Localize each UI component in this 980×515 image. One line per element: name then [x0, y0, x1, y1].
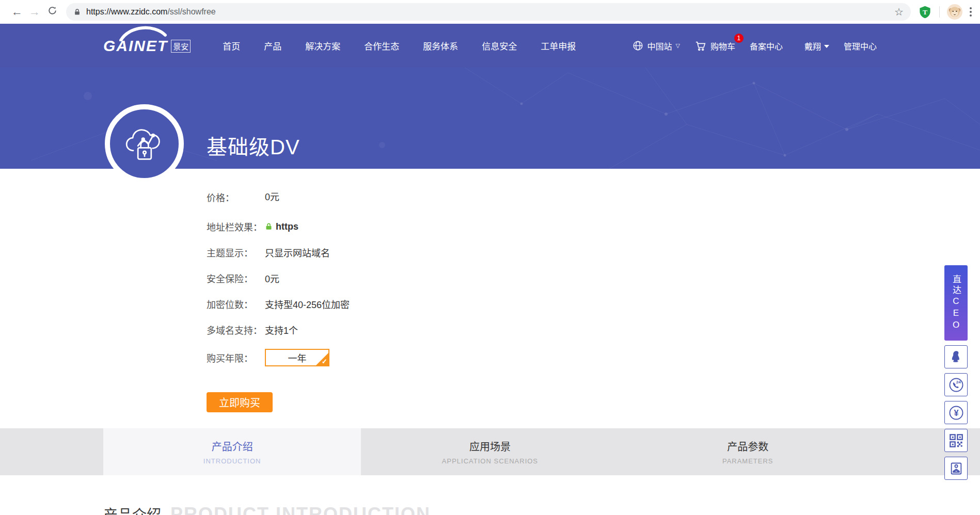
- ceo-direct-label: 直达CEO: [944, 275, 968, 332]
- multidomain-value: 支持1个: [265, 323, 298, 336]
- subject-value: 只显示网站域名: [265, 246, 330, 259]
- toolbar-divider: [939, 6, 940, 18]
- back-icon[interactable]: ←: [8, 5, 26, 19]
- encryption-label: 加密位数：: [207, 297, 265, 311]
- insurance-row: 安全保险： 0元: [207, 271, 350, 285]
- reload-icon[interactable]: [43, 5, 61, 19]
- price-row: 价格： 0元: [207, 186, 350, 208]
- user-caret-icon: [824, 45, 829, 48]
- qrcode-icon: [949, 433, 963, 448]
- bookmark-star-icon[interactable]: ☆: [894, 6, 904, 18]
- address-bar-effect-row: 地址栏效果： https: [207, 220, 350, 233]
- lock-icon: [73, 8, 81, 16]
- chrome-right-controls: T: [918, 4, 972, 20]
- insurance-value: 0元: [265, 271, 279, 285]
- select-check-icon: ✓: [322, 358, 327, 365]
- logo-swoosh-icon: [118, 24, 167, 41]
- cart-count-badge: 1: [734, 34, 744, 43]
- menu-item-products[interactable]: 产品: [264, 39, 281, 52]
- product-badge: [105, 104, 184, 183]
- username-label: 戴翔: [804, 40, 821, 52]
- site-navbar: GAINET 景安 首页 产品 解决方案 合作生态 服务体系 信息安全 工单申报…: [0, 24, 980, 68]
- menu-item-home[interactable]: 首页: [223, 39, 240, 52]
- price-label: 价格：: [207, 190, 265, 204]
- site-logo[interactable]: GAINET 景安: [103, 37, 191, 55]
- buy-now-button[interactable]: 立即购买: [207, 392, 273, 412]
- subject-display-row: 主题显示： 只显示网站域名: [207, 246, 350, 259]
- navbar-right: 中国站 ▽ 购物车 1 备案中心 戴翔 管理中心: [633, 40, 877, 52]
- insurance-label: 安全保险：: [207, 271, 265, 285]
- tab-introduction[interactable]: 产品介绍 INTRODUCTION: [103, 428, 361, 475]
- menu-item-security[interactable]: 信息安全: [482, 39, 517, 52]
- chevron-down-icon: ▽: [675, 42, 679, 49]
- section-tabs-bar: 产品介绍 INTRODUCTION 应用场景 APPLICATION SCENA…: [0, 428, 980, 475]
- svg-text:¥: ¥: [954, 408, 958, 417]
- logo-cn-text: 景安: [171, 40, 191, 53]
- address-bar[interactable]: https://www.zzidc.com/ssl/showfree ☆: [66, 3, 911, 21]
- globe-icon: [633, 40, 643, 51]
- subject-label: 主题显示：: [207, 246, 265, 259]
- feedback-button[interactable]: [944, 457, 968, 480]
- url-text: https://www.zzidc.com/ssl/showfree: [86, 7, 216, 17]
- svg-text:24: 24: [956, 379, 961, 384]
- browser-toolbar: ← → https://www.zzidc.com/ssl/showfree ☆…: [0, 0, 980, 24]
- cart-button[interactable]: 购物车 1: [694, 40, 735, 52]
- svg-text:T: T: [923, 8, 927, 16]
- phone-support-button[interactable]: 24: [944, 373, 968, 396]
- region-selector[interactable]: 中国站 ▽: [633, 40, 679, 52]
- hero-banner: 基础级DV: [0, 68, 980, 169]
- encryption-value: 支持型40-256位加密: [265, 297, 350, 311]
- section-title: 产品介绍: [103, 504, 161, 515]
- extension-shield-icon[interactable]: T: [918, 5, 932, 19]
- years-label: 购买年限：: [207, 351, 265, 364]
- years-select[interactable]: 一年 ✓: [265, 349, 329, 366]
- phone-24h-icon: 24: [949, 377, 964, 393]
- floating-sidebar: 直达CEO 24 ¥: [944, 265, 968, 480]
- cart-icon: [694, 40, 707, 52]
- cart-label: 购物车: [710, 40, 735, 52]
- address-effect-label: 地址栏效果：: [207, 220, 265, 233]
- ceo-direct-button[interactable]: 直达CEO: [944, 265, 968, 341]
- tab-application-scenarios[interactable]: 应用场景 APPLICATION SCENARIOS: [361, 428, 619, 475]
- qq-icon: [949, 350, 963, 364]
- purchase-years-row: 购买年限： 一年 ✓: [207, 349, 350, 366]
- menu-item-service[interactable]: 服务体系: [423, 39, 458, 52]
- section-tabs: 产品介绍 INTRODUCTION 应用场景 APPLICATION SCENA…: [103, 428, 877, 475]
- green-lock-icon: [265, 222, 273, 231]
- region-label: 中国站: [647, 40, 672, 52]
- record-center-link[interactable]: 备案中心: [750, 40, 783, 52]
- section-subtitle: PRODUCT INTRODUCTION: [170, 504, 431, 515]
- product-title: 基础级DV: [207, 131, 300, 160]
- introduction-section-heading: 产品介绍 PRODUCT INTRODUCTION: [103, 504, 431, 515]
- qq-contact-button[interactable]: [944, 345, 968, 368]
- menu-item-ticket[interactable]: 工单申报: [541, 39, 576, 52]
- qrcode-button[interactable]: [944, 429, 968, 452]
- multidomain-label: 多域名支持：: [207, 323, 265, 336]
- main-menu: 首页 产品 解决方案 合作生态 服务体系 信息安全 工单申报: [223, 39, 576, 52]
- menu-item-ecosystem[interactable]: 合作生态: [364, 39, 399, 52]
- years-selected-value: 一年: [288, 351, 307, 364]
- product-details: 价格： 0元 地址栏效果： https 主题显示： 只显示网站域名 安全保险： …: [207, 186, 350, 412]
- encryption-row: 加密位数： 支持型40-256位加密: [207, 297, 350, 311]
- forward-icon[interactable]: →: [26, 5, 43, 19]
- currency-icon: ¥: [949, 405, 964, 421]
- browser-menu-icon[interactable]: [970, 7, 972, 17]
- tab-parameters[interactable]: 产品参数 PARAMETERS: [619, 428, 877, 475]
- https-value: https: [265, 221, 298, 232]
- pricing-button[interactable]: ¥: [944, 401, 968, 424]
- feedback-mail-icon: [949, 461, 963, 476]
- user-menu[interactable]: 戴翔: [804, 40, 829, 52]
- ssl-cloud-lock-icon: [122, 121, 167, 167]
- multidomain-row: 多域名支持： 支持1个: [207, 323, 350, 336]
- menu-item-solutions[interactable]: 解决方案: [305, 39, 340, 52]
- price-value: 0元: [265, 186, 279, 208]
- profile-avatar[interactable]: [947, 4, 962, 20]
- management-center-link[interactable]: 管理中心: [844, 40, 877, 52]
